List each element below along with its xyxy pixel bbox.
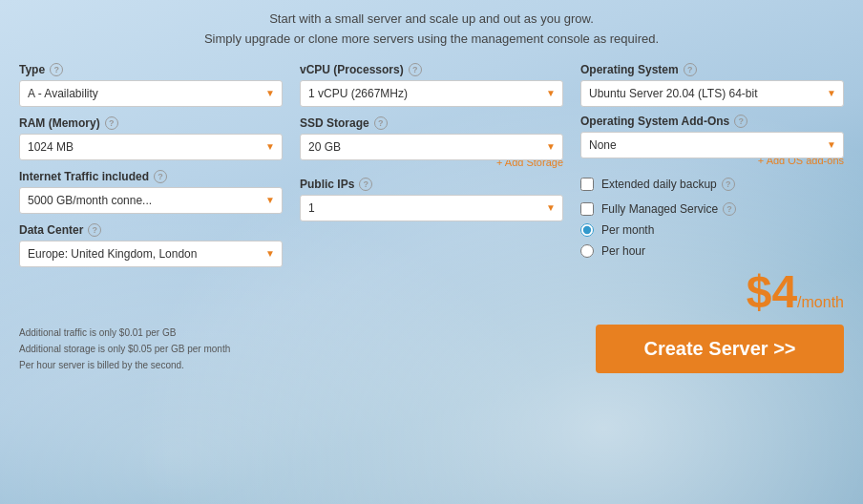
datacenter-label: Data Center ? — [19, 223, 283, 237]
ip-select[interactable]: 1 2 3 4 5 — [300, 195, 563, 221]
per-month-label[interactable]: Per month — [601, 223, 654, 237]
ssd-select[interactable]: 20 GB 40 GB 80 GB 160 GB — [300, 134, 563, 160]
pricing-display: $4/month — [580, 269, 844, 315]
managed-label[interactable]: Fully Managed Service ? — [601, 202, 736, 216]
ip-field-group: Public IPs ? 1 2 3 4 5 ▼ — [300, 178, 563, 221]
per-month-radio[interactable] — [580, 223, 594, 237]
ram-field-group: RAM (Memory) ? 512 MB 1024 MB 2048 MB 40… — [19, 116, 283, 160]
vcpu-select-wrapper: 1 vCPU (2667MHz) 2 vCPU (2667MHz) 4 vCPU… — [300, 80, 563, 107]
traffic-help-icon[interactable]: ? — [154, 170, 167, 183]
os-addon-label: Operating System Add-Ons ? — [580, 115, 844, 128]
os-addon-help-icon[interactable]: ? — [734, 115, 747, 128]
managed-checkbox-row: Fully Managed Service ? — [580, 202, 844, 216]
os-select-wrapper: Ubuntu Server 20.04 (LTS) 64-bit Ubuntu … — [580, 80, 844, 107]
price-period: /month — [797, 294, 844, 310]
backup-checkbox[interactable] — [580, 178, 594, 191]
ram-help-icon[interactable]: ? — [105, 116, 118, 130]
backup-label[interactable]: Extended daily backup ? — [601, 178, 735, 191]
vcpu-help-icon[interactable]: ? — [409, 63, 422, 76]
type-field-group: Type ? A - Availability B - Balanced C -… — [19, 63, 283, 107]
ssd-select-wrapper: 20 GB 40 GB 80 GB 160 GB ▼ — [300, 134, 563, 160]
footer-note3: Per hour server is billed by the second. — [19, 357, 230, 373]
bottom-section: Additional traffic is only $0.01 per GB … — [19, 325, 844, 373]
price-amount: $4 — [747, 266, 797, 317]
per-hour-label[interactable]: Per hour — [601, 244, 645, 258]
datacenter-help-icon[interactable]: ? — [88, 223, 101, 237]
header-line2: Simply upgrade or clone more servers usi… — [19, 30, 844, 50]
os-addon-field-group: Operating System Add-Ons ? None cPanel P… — [580, 115, 844, 166]
os-addon-select[interactable]: None cPanel Plesk — [580, 132, 844, 158]
os-field-group: Operating System ? Ubuntu Server 20.04 (… — [580, 63, 844, 107]
managed-help-icon[interactable]: ? — [723, 202, 736, 216]
footer-notes: Additional traffic is only $0.01 per GB … — [19, 325, 230, 373]
os-select[interactable]: Ubuntu Server 20.04 (LTS) 64-bit Ubuntu … — [580, 80, 844, 107]
datacenter-select-wrapper: Europe: United Kingdom, London Europe: G… — [19, 241, 283, 267]
per-month-radio-row: Per month — [580, 223, 844, 237]
create-server-button[interactable]: Create Server >> — [596, 325, 844, 373]
page-header: Start with a small server and scale up a… — [19, 10, 844, 50]
os-label: Operating System ? — [580, 63, 844, 76]
traffic-field-group: Internet Traffic included ? 5000 GB/mont… — [19, 170, 283, 214]
datacenter-field-group: Data Center ? Europe: United Kingdom, Lo… — [19, 223, 283, 267]
type-select-wrapper: A - Availability B - Balanced C - Comput… — [19, 80, 283, 107]
vcpu-select[interactable]: 1 vCPU (2667MHz) 2 vCPU (2667MHz) 4 vCPU… — [300, 80, 563, 107]
right-column: Operating System ? Ubuntu Server 20.04 (… — [580, 63, 844, 315]
left-column: Type ? A - Availability B - Balanced C -… — [19, 63, 283, 315]
traffic-select[interactable]: 5000 GB/month conne... 10000 GB/month co… — [19, 187, 283, 214]
ip-label: Public IPs ? — [300, 178, 563, 191]
ram-select[interactable]: 512 MB 1024 MB 2048 MB 4096 MB — [19, 134, 283, 160]
footer-note2: Additional storage is only $0.05 per GB … — [19, 341, 230, 357]
type-select[interactable]: A - Availability B - Balanced C - Comput… — [19, 80, 283, 107]
os-addon-select-wrapper: None cPanel Plesk ▼ — [580, 132, 844, 158]
backup-checkbox-row: Extended daily backup ? — [580, 178, 844, 191]
middle-column: vCPU (Processors) ? 1 vCPU (2667MHz) 2 v… — [300, 63, 563, 315]
managed-checkbox[interactable] — [580, 202, 594, 216]
per-hour-radio[interactable] — [580, 244, 594, 258]
datacenter-select[interactable]: Europe: United Kingdom, London Europe: G… — [19, 241, 283, 267]
type-help-icon[interactable]: ? — [50, 63, 63, 76]
traffic-label: Internet Traffic included ? — [19, 170, 283, 183]
per-hour-radio-row: Per hour — [580, 244, 844, 258]
ip-select-wrapper: 1 2 3 4 5 ▼ — [300, 195, 563, 221]
vcpu-label: vCPU (Processors) ? — [300, 63, 563, 76]
ssd-help-icon[interactable]: ? — [374, 116, 388, 130]
traffic-select-wrapper: 5000 GB/month conne... 10000 GB/month co… — [19, 187, 283, 214]
footer-note1: Additional traffic is only $0.01 per GB — [19, 325, 230, 341]
backup-help-icon[interactable]: ? — [722, 178, 735, 191]
os-help-icon[interactable]: ? — [684, 63, 697, 76]
ip-help-icon[interactable]: ? — [359, 178, 372, 191]
ssd-field-group: SSD Storage ? 20 GB 40 GB 80 GB 160 GB ▼… — [300, 116, 563, 168]
type-label: Type ? — [19, 63, 283, 76]
header-line1: Start with a small server and scale up a… — [19, 10, 844, 30]
vcpu-field-group: vCPU (Processors) ? 1 vCPU (2667MHz) 2 v… — [300, 63, 563, 107]
ram-label: RAM (Memory) ? — [19, 116, 283, 130]
ram-select-wrapper: 512 MB 1024 MB 2048 MB 4096 MB ▼ — [19, 134, 283, 160]
ssd-label: SSD Storage ? — [300, 116, 563, 130]
